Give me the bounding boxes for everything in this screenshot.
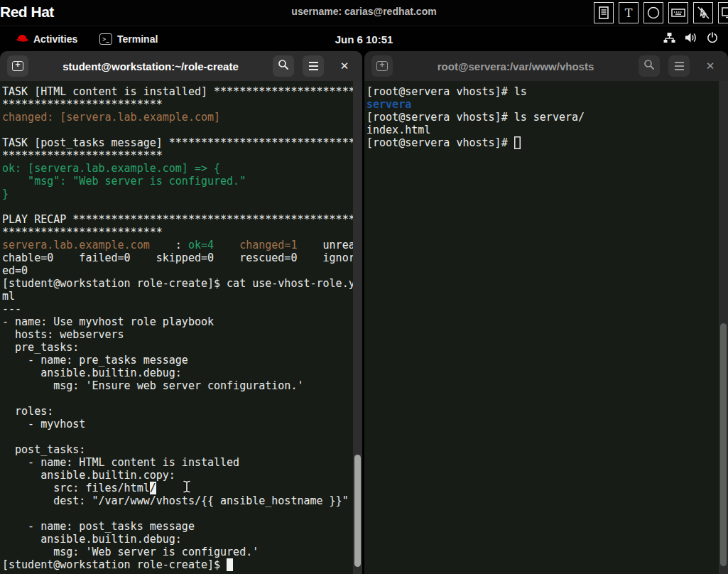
terminal-line: msg: 'Web server is configured.' [2,546,362,558]
search-button[interactable] [639,55,660,77]
new-tab-button[interactable] [371,55,393,77]
menu-button[interactable] [668,55,690,77]
terminal-line: ************************* [2,149,362,162]
terminal-line: [root@servera vhosts]# ls servera/ [366,111,728,124]
volume-icon [685,32,697,46]
terminal-line: ed=0 [2,264,362,277]
close-button[interactable]: ✕ [700,55,721,77]
terminal-line: PLAY RECAP *****************************… [2,213,362,226]
new-tab-icon [376,61,388,71]
terminal-line: - myvhost [2,418,362,430]
terminal-line: roles: [2,405,362,418]
search-icon [643,59,655,73]
terminal-line: chable=0 failed=0 skipped=0 rescued=0 ig… [2,251,362,264]
right-headerbar: root@servera:/var/www/vhosts ✕ [364,51,728,81]
terminal-line [2,430,362,443]
terminal-line [2,200,362,213]
search-icon [278,59,289,73]
system-status-area[interactable] [663,26,718,52]
new-tab-icon [12,61,23,71]
monitor-icon[interactable] [718,2,728,23]
keyboard-icon[interactable] [668,2,688,23]
text-icon[interactable]: T [619,2,639,23]
document-icon[interactable] [594,2,614,23]
left-headerbar: student@workstation:~/role-create ✕ [0,51,362,81]
console-top-bar: Red Hat username: carias@redhat.com T [0,0,728,26]
terminal-line: - name: HTML content is installed [2,456,362,469]
terminal-line: hosts: webservers [2,328,362,341]
ibeam-mouse-pointer [183,480,191,496]
circle-icon[interactable] [643,2,663,23]
pointer-disabled-icon[interactable] [693,2,713,23]
menu-button[interactable] [303,55,324,77]
terminal-line: ************************* [2,98,362,111]
left-window-title: student@workstation:~/role-create [28,60,273,72]
terminal-line: changed: [servera.lab.example.com] [2,111,362,124]
terminal-line: servera.lab.example.com : ok=4 changed=1… [2,239,362,251]
right-scrollbar-thumb[interactable] [720,323,727,566]
right-window-title: root@servera:/var/www/vhosts [393,60,639,72]
terminal-line: [student@workstation role-create]$ cat u… [2,277,362,290]
terminal-window-servera: root@servera:/var/www/vhosts ✕ [root@ser… [364,51,728,574]
terminal-line: - name: Use myvhost role playbook [2,315,362,328]
console-toolbar: T [594,2,728,24]
terminal-line: servera [366,98,728,111]
right-terminal-screen[interactable]: [root@servera vhosts]# lsservera[root@se… [364,81,728,574]
left-terminal-screen[interactable]: TASK [HTML content is installed] *******… [0,81,362,574]
terminal-line [2,392,362,405]
close-icon: ✕ [340,60,349,72]
terminal-line: TASK [post_tasks message] **************… [2,136,362,149]
new-tab-button[interactable] [7,55,28,77]
terminal-line [2,124,362,136]
terminal-line: index.html [366,124,728,136]
left-scrollbar-track[interactable] [353,81,362,574]
right-scrollbar-track[interactable] [719,81,728,574]
close-button[interactable]: ✕ [334,55,355,77]
terminal-line: pre_tasks: [2,341,362,354]
terminal-line [2,507,362,520]
terminal-line: [root@servera vhosts]# ls [366,85,728,98]
terminal-line: ansible.builtin.debug: [2,533,362,546]
terminal-line: - name: pre_tasks message [2,354,362,367]
terminal-line: [root@servera vhosts]# [366,136,728,149]
terminal-line: ml [2,290,362,303]
hamburger-menu-icon [309,62,318,70]
terminal-line: "msg": "Web server is configured." [2,175,362,188]
network-icon [663,32,675,46]
search-button[interactable] [273,55,294,77]
terminal-line: ************************* [2,226,362,239]
left-scrollbar-thumb[interactable] [354,455,361,567]
terminal-line: dest: "/var/www/vhosts/{{ ansible_hostna… [2,494,362,507]
hamburger-menu-icon [675,62,684,70]
terminal-line: [student@workstation role-create]$ [2,558,362,571]
terminal-window-workstation: student@workstation:~/role-create ✕ TASK… [0,51,362,574]
gnome-top-bar: Activities >_ Terminal Jun 6 10:51 [0,26,728,51]
terminal-line: } [2,188,362,200]
terminal-line: ansible.builtin.debug: [2,367,362,379]
power-icon [707,32,718,46]
terminal-line: ok: [servera.lab.example.com] => { [2,162,362,175]
terminal-line: - name: post_tasks message [2,520,362,533]
terminal-line: msg: 'Ensure web server configuration.' [2,379,362,392]
terminal-line: post_tasks: [2,443,362,456]
terminal-line: TASK [HTML content is installed] *******… [2,85,362,98]
terminal-line: --- [2,303,362,315]
close-icon: ✕ [706,60,715,72]
clock[interactable]: Jun 6 10:51 [0,26,728,52]
